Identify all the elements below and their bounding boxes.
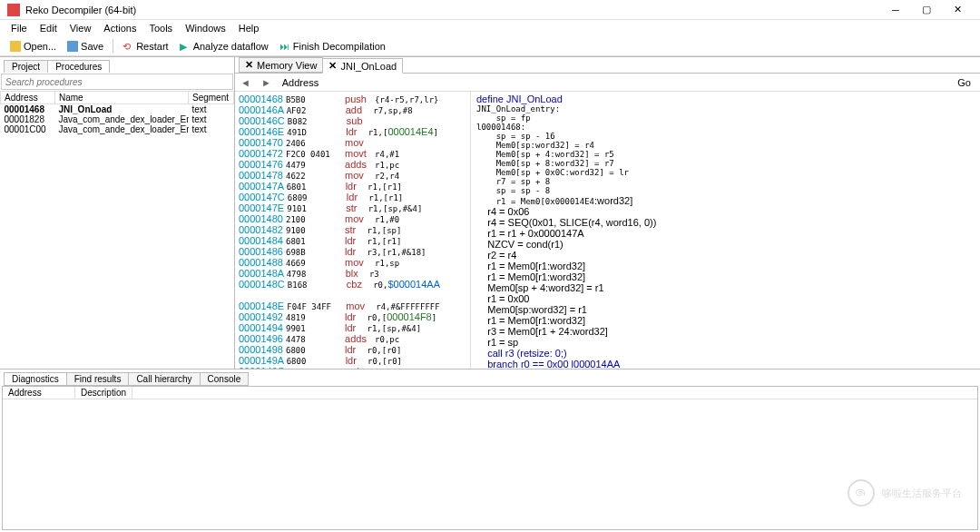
finish-button[interactable]: ⏭Finish Decompilation xyxy=(275,40,390,53)
tab-memory-view[interactable]: ✕Memory View xyxy=(239,57,323,73)
save-button[interactable]: Save xyxy=(63,40,108,53)
tab-memory-label: Memory View xyxy=(257,60,317,71)
fast-forward-icon: ⏭ xyxy=(279,41,290,52)
il-pane[interactable]: define JNI_OnLoad JNI_OnLoad_entry: sp =… xyxy=(471,92,980,369)
menu-edit[interactable]: Edit xyxy=(34,22,63,34)
open-button[interactable]: Open... xyxy=(5,40,61,53)
menu-tools[interactable]: Tools xyxy=(143,22,178,34)
window-title: Reko Decompiler (64-bit) xyxy=(25,5,880,15)
close-button[interactable]: ✕ xyxy=(942,1,973,19)
restart-button[interactable]: ⟲Restart xyxy=(118,40,172,53)
diagnostics-panel: Address Description xyxy=(2,386,978,530)
address-label: Address xyxy=(277,77,324,88)
address-input[interactable] xyxy=(324,76,948,89)
save-label: Save xyxy=(81,41,103,52)
tab-diagnostics[interactable]: Diagnostics xyxy=(4,372,67,386)
open-icon xyxy=(10,41,21,52)
close-icon[interactable]: ✕ xyxy=(245,59,253,71)
menu-file[interactable]: File xyxy=(5,22,33,34)
nav-back-button[interactable]: ◄ xyxy=(235,77,256,88)
disassembly-pane[interactable]: 00001468 B5B0 push {r4-r5,r7,lr} 0000146… xyxy=(235,92,471,369)
maximize-button[interactable]: ▢ xyxy=(911,1,942,19)
diag-col-description[interactable]: Description xyxy=(75,387,132,399)
tab-procedures[interactable]: Procedures xyxy=(47,60,110,73)
col-address[interactable]: Address xyxy=(1,92,55,104)
menubar: File Edit View Actions Tools Windows Hel… xyxy=(0,20,980,36)
tab-jni-onload[interactable]: ✕JNI_OnLoad xyxy=(322,58,403,74)
analyze-button[interactable]: ▶Analyze dataflow xyxy=(175,40,273,53)
finish-label: Finish Decompilation xyxy=(293,41,386,52)
col-name[interactable]: Name xyxy=(55,92,189,104)
go-button[interactable]: Go xyxy=(948,77,980,88)
minimize-button[interactable]: ─ xyxy=(880,1,911,19)
diagnostics-body[interactable] xyxy=(3,399,977,529)
restart-icon: ⟲ xyxy=(122,41,133,52)
close-icon[interactable]: ✕ xyxy=(328,60,337,72)
menu-actions[interactable]: Actions xyxy=(98,22,142,34)
app-icon xyxy=(7,4,20,16)
play-icon: ▶ xyxy=(180,41,191,52)
tab-console[interactable]: Console xyxy=(200,372,250,386)
analyze-label: Analyze dataflow xyxy=(193,41,269,52)
tab-call-hierarchy[interactable]: Call hierarchy xyxy=(128,372,200,386)
procedures-table: Address Name Segment 00001468JNI_OnLoadt… xyxy=(0,91,234,369)
toolbar: Open... Save ⟲Restart ▶Analyze dataflow … xyxy=(0,36,980,56)
search-input[interactable] xyxy=(1,74,233,90)
menu-windows[interactable]: Windows xyxy=(180,22,231,34)
diag-col-address[interactable]: Address xyxy=(3,387,75,399)
tab-jni-label: JNI_OnLoad xyxy=(340,61,397,72)
save-icon xyxy=(67,41,78,52)
table-row[interactable]: 00001468JNI_OnLoadtext xyxy=(1,104,234,115)
menu-help[interactable]: Help xyxy=(233,22,265,34)
table-row[interactable]: 00001828Java_com_ande_dex_loader_Ent...t… xyxy=(1,114,234,124)
tab-project[interactable]: Project xyxy=(4,60,48,73)
open-label: Open... xyxy=(24,41,56,52)
separator xyxy=(113,39,113,54)
table-row[interactable]: 00001C00Java_com_ande_dex_loader_Ent...t… xyxy=(1,124,234,134)
menu-view[interactable]: View xyxy=(64,22,97,34)
restart-label: Restart xyxy=(136,41,168,52)
tab-find-results[interactable]: Find results xyxy=(66,372,130,386)
col-segment[interactable]: Segment xyxy=(189,92,234,104)
nav-forward-button[interactable]: ► xyxy=(256,77,277,88)
